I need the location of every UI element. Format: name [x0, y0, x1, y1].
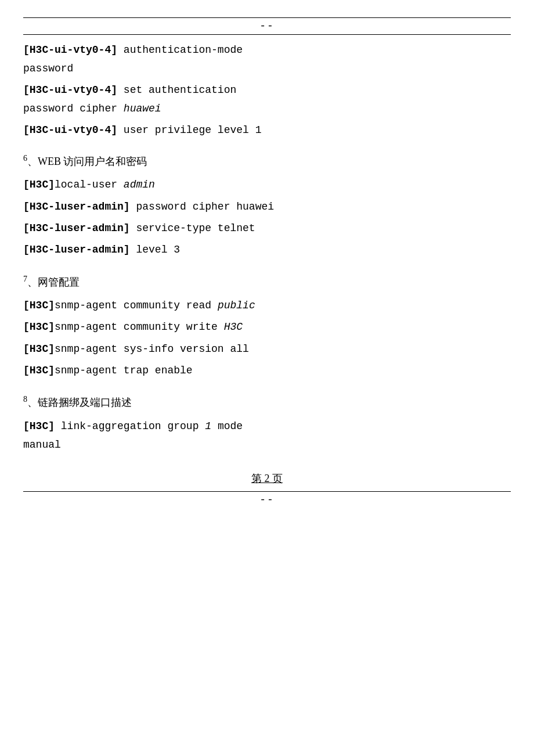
cmd-text-7: level 3 [130, 244, 180, 255]
heading-text-8: 、链路捆绑及端口描述 [27, 397, 132, 408]
cmd-line-12: [H3C] link-aggregation group 1 mode manu… [23, 417, 511, 455]
cmd-text-2: set authentication [117, 84, 236, 96]
web-access-section: 6、WEB 访问用户名和密码 [H3C]local-user admin [H3… [23, 151, 511, 260]
heading-num-8: 8 [23, 395, 27, 404]
heading-num-7: 7 [23, 275, 27, 283]
section-6-heading: 6、WEB 访问用户名和密码 [23, 151, 511, 171]
cmd-text-8: snmp-agent community read [55, 300, 218, 311]
cmd-text-12a: link-aggregation group [55, 420, 205, 432]
cmd-text-11: snmp-agent trap enable [55, 365, 193, 376]
cmd-prefix-7: [H3C-luser-admin] [23, 244, 130, 255]
cmd-prefix-8: [H3C] [23, 300, 55, 311]
cmd-text-5: password cipher huawei [130, 201, 274, 213]
cmd-line-6: [H3C-luser-admin] service-type telnet [23, 219, 511, 238]
cmd-italic-4: admin [124, 179, 155, 190]
cmd-line-7: [H3C-luser-admin] level 3 [23, 240, 511, 260]
heading-num-6: 6 [23, 154, 27, 163]
cmd-italic-9: H3C [224, 321, 243, 333]
cmd-prefix-6: [H3C-luser-admin] [23, 222, 130, 234]
cmd-line-1: [H3C-ui-vty0-4] authentication-mode pass… [23, 41, 511, 78]
section-8-heading: 8、链路捆绑及端口描述 [23, 392, 511, 412]
snmp-section: 7、网管配置 [H3C]snmp-agent community read pu… [23, 272, 511, 381]
cmd-text-12b: mode [211, 420, 243, 432]
cmd-line-5: [H3C-luser-admin] password cipher huawei [23, 197, 511, 217]
cmd-continuation-2a: password cipher [23, 103, 124, 114]
cmd-text-9: snmp-agent community write [55, 321, 224, 333]
bottom-dash: -- [23, 494, 511, 506]
cmd-prefix-9: [H3C] [23, 321, 55, 333]
link-agg-section: 8、链路捆绑及端口描述 [H3C] link-aggregation group… [23, 392, 511, 454]
section-7-heading: 7、网管配置 [23, 272, 511, 291]
cmd-italic-8: public [218, 300, 255, 311]
bottom-divider [23, 491, 511, 492]
cmd-continuation-1: password [23, 63, 73, 74]
cmd-text-4a: local-user [55, 179, 124, 190]
vty-auth-section: [H3C-ui-vty0-4] authentication-mode pass… [23, 41, 511, 139]
cmd-prefix-2: [H3C-ui-vty0-4] [23, 84, 117, 96]
top-divider-2 [23, 34, 511, 35]
cmd-line-9: [H3C]snmp-agent community write H3C [23, 318, 511, 337]
cmd-line-3: [H3C-ui-vty0-4] user privilege level 1 [23, 121, 511, 139]
cmd-text-3: user privilege level 1 [117, 124, 261, 136]
cmd-prefix-11: [H3C] [23, 365, 55, 376]
cmd-line-8: [H3C]snmp-agent community read public [23, 296, 511, 315]
cmd-text-6: service-type telnet [130, 222, 255, 234]
cmd-continuation-12: manual [23, 439, 61, 451]
cmd-text-1: authentication-mode [117, 44, 243, 56]
cmd-prefix-10: [H3C] [23, 343, 55, 355]
top-dash: -- [23, 20, 511, 32]
heading-text-7: 、网管配置 [27, 276, 80, 288]
cmd-line-4: [H3C]local-user admin [23, 175, 511, 195]
cmd-prefix-1: [H3C-ui-vty0-4] [23, 44, 117, 56]
cmd-italic-12: 1 [205, 420, 211, 432]
cmd-line-2: [H3C-ui-vty0-4] set authentication passw… [23, 81, 511, 118]
cmd-prefix-3: [H3C-ui-vty0-4] [23, 124, 117, 136]
heading-text-6: 、WEB 访问用户名和密码 [27, 156, 147, 167]
page-number: 第 2 页 [23, 471, 511, 485]
cmd-line-11: [H3C]snmp-agent trap enable [23, 361, 511, 380]
cmd-text-10: snmp-agent sys-info version all [55, 343, 249, 355]
top-divider [23, 17, 511, 18]
cmd-italic-2: huawei [124, 103, 161, 114]
cmd-prefix-5: [H3C-luser-admin] [23, 201, 130, 213]
cmd-prefix-12: [H3C] [23, 420, 55, 432]
cmd-prefix-4: [H3C] [23, 179, 55, 190]
cmd-line-10: [H3C]snmp-agent sys-info version all [23, 340, 511, 359]
